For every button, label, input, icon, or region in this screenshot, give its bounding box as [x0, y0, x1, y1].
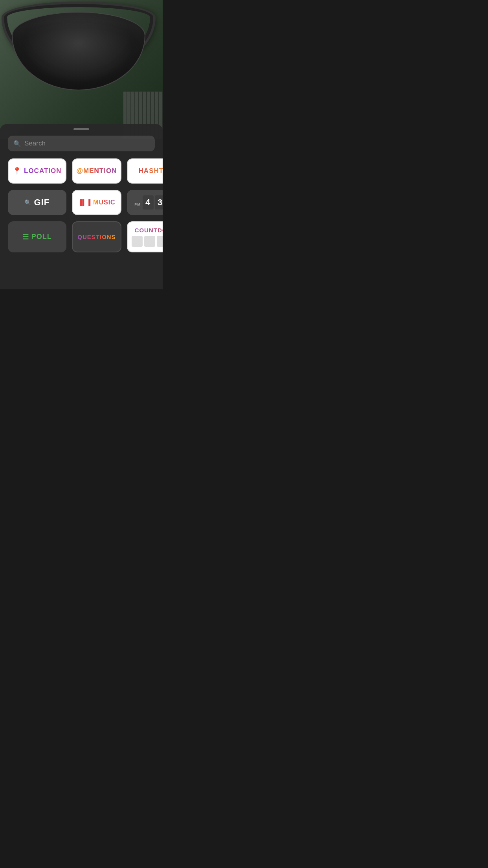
time-display: PM 4 3 1 — [134, 195, 163, 210]
questions-sticker[interactable]: QUESTIONS — [72, 221, 122, 252]
poll-label: POLL — [31, 233, 52, 241]
search-bar[interactable]: 🔍 Search — [8, 136, 155, 151]
sticker-picker-sheet: 🔍 Search 📍 LOCATION @MENTION HASHTAG 🔍 G… — [0, 124, 163, 289]
countdown-label: COUNTDOWN — [135, 227, 163, 234]
location-icon: 📍 — [13, 167, 22, 175]
drag-handle[interactable] — [73, 128, 89, 130]
hashtag-label: HASHTAG — [139, 167, 163, 175]
photo-background — [0, 0, 163, 139]
search-placeholder: Search — [24, 140, 149, 147]
mention-sticker[interactable]: @MENTION — [72, 158, 122, 184]
poll-sticker[interactable]: ☰ POLL — [8, 221, 66, 252]
location-sticker[interactable]: 📍 LOCATION — [8, 158, 66, 184]
music-label: MUSIC — [93, 199, 116, 206]
questions-label: QUESTIONS — [77, 234, 116, 240]
gif-label: GIF — [34, 197, 50, 208]
music-sticker[interactable]: ▐▌▐ MUSIC — [72, 190, 122, 215]
poll-icon: ☰ — [22, 233, 29, 241]
time-sticker[interactable]: PM 4 3 1 — [127, 190, 163, 215]
countdown-sticker[interactable]: COUNTDOWN — [127, 221, 163, 252]
countdown-box-1 — [132, 236, 143, 247]
sticker-grid: 📍 LOCATION @MENTION HASHTAG 🔍 GIF ▐▌▐ MU… — [8, 158, 155, 252]
time-digit-1: 4 — [143, 195, 154, 210]
hashtag-sticker[interactable]: HASHTAG — [127, 158, 163, 184]
search-icon: 🔍 — [13, 140, 21, 147]
countdown-boxes — [132, 236, 163, 247]
time-ampm: PM — [134, 202, 141, 206]
gif-search-icon: 🔍 — [24, 199, 31, 206]
gif-sticker[interactable]: 🔍 GIF — [8, 190, 66, 215]
mention-label: @MENTION — [77, 167, 117, 175]
music-bars-icon: ▐▌▐ — [78, 199, 91, 206]
location-label: LOCATION — [24, 167, 62, 175]
countdown-box-2 — [144, 236, 155, 247]
time-digit-2: 3 — [155, 195, 163, 210]
countdown-box-3 — [157, 236, 163, 247]
